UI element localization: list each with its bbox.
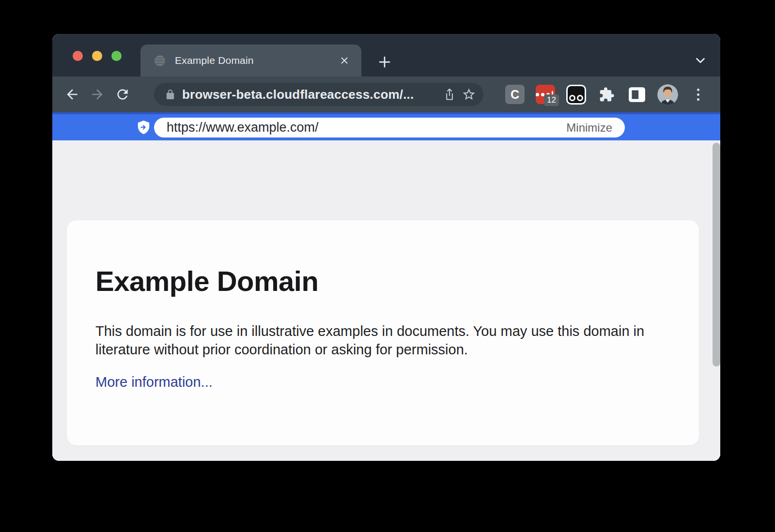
close-window-button[interactable] xyxy=(73,51,83,61)
avatar xyxy=(657,84,678,105)
isolation-banner: https://www.example.com/ Minimize xyxy=(52,112,720,140)
scrollbar-thumb[interactable] xyxy=(713,143,720,366)
browser-window: Example Domain xyxy=(52,34,720,461)
close-tab-icon[interactable] xyxy=(336,52,353,69)
page-body-text: This domain is for use in illustrative e… xyxy=(95,322,657,359)
minimize-window-button[interactable] xyxy=(92,51,102,61)
forward-button[interactable] xyxy=(87,84,108,105)
back-button[interactable] xyxy=(62,84,82,105)
back-arrow-icon xyxy=(64,87,80,102)
zoom-window-button[interactable] xyxy=(111,51,122,61)
page-title: Example Domain xyxy=(95,265,318,297)
isolation-url-bar[interactable]: https://www.example.com/ Minimize xyxy=(154,118,625,137)
puzzle-icon xyxy=(599,87,615,103)
extension-badge: 12 xyxy=(544,94,559,106)
share-icon[interactable] xyxy=(440,85,459,104)
content-card: Example Domain This domain is for use in… xyxy=(67,220,699,445)
shield-arrow-icon xyxy=(137,121,150,135)
c-extension-icon: C xyxy=(505,85,525,104)
titlebar: Example Domain xyxy=(52,34,720,76)
kebab-menu-icon xyxy=(697,89,699,101)
address-bar-url: browser-beta.cloudflareaccess.com/... xyxy=(182,87,440,102)
extensions-menu-button[interactable] xyxy=(594,82,619,107)
globe-favicon-icon xyxy=(153,54,166,67)
extension-two-circles-button[interactable] xyxy=(563,82,589,107)
isolation-url-text: https://www.example.com/ xyxy=(167,120,566,135)
side-panel-icon xyxy=(628,87,646,103)
profile-button[interactable] xyxy=(655,82,680,107)
tab-title: Example Domain xyxy=(175,55,336,66)
traffic-lights xyxy=(73,51,122,61)
forward-arrow-icon xyxy=(90,87,105,102)
chevron-down-icon[interactable] xyxy=(692,52,709,69)
minimize-banner-button[interactable]: Minimize xyxy=(566,121,612,135)
tab-example-domain[interactable]: Example Domain xyxy=(140,45,361,76)
two-circles-icon xyxy=(566,85,586,105)
extensions-area: C 12 xyxy=(502,76,720,112)
bookmark-star-icon[interactable] xyxy=(459,85,479,104)
extension-c-button[interactable]: C xyxy=(502,82,527,107)
more-information-link[interactable]: More information... xyxy=(95,374,213,390)
new-tab-button[interactable] xyxy=(376,53,393,71)
extension-password-button[interactable]: 12 xyxy=(533,82,558,107)
toolbar: browser-beta.cloudflareaccess.com/... C xyxy=(52,76,720,112)
side-panel-button[interactable] xyxy=(624,82,650,107)
browser-menu-button[interactable] xyxy=(685,82,711,107)
desktop-background: Example Domain xyxy=(0,0,775,532)
reload-button[interactable] xyxy=(112,84,133,105)
page-viewport: Example Domain This domain is for use in… xyxy=(52,140,720,461)
reload-icon xyxy=(115,87,130,102)
address-bar[interactable]: browser-beta.cloudflareaccess.com/... xyxy=(154,83,483,106)
lock-icon xyxy=(165,89,176,100)
